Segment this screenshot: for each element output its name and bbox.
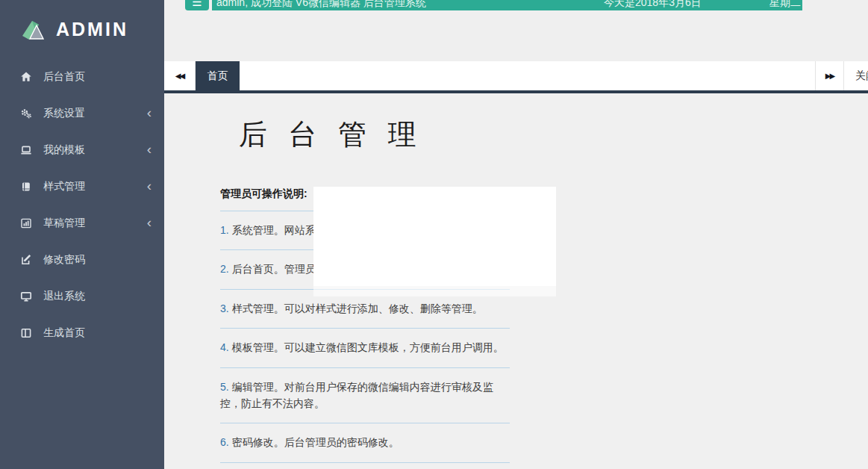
- hamburger-icon: ☰: [192, 0, 202, 8]
- sidebar-item-label: 我的模板: [43, 143, 85, 157]
- welcome-text: admin, 成功登陆 V6微信编辑器 后台管理系统: [216, 0, 426, 10]
- date-text: 今天是2018年3月6日: [604, 0, 702, 10]
- sidebar-item-label: 样式管理: [43, 180, 85, 193]
- bar-chart-icon: [20, 217, 32, 229]
- sidebar-item-home[interactable]: 后台首页: [0, 58, 164, 95]
- list-item: 5.编辑管理。对前台用户保存的微信编辑内容进行审核及监控，防止有不法内容。: [220, 368, 510, 424]
- sidebar-item-label: 退出系统: [43, 290, 85, 303]
- white-overlay-fade: [313, 286, 556, 296]
- item-text: 系统管理。网站系统: [232, 224, 326, 236]
- brand: ADMIN: [0, 0, 164, 58]
- item-number: 4.: [220, 341, 229, 353]
- sidebar-item-change-password[interactable]: 修改密码: [0, 241, 164, 278]
- brand-logo-icon: [19, 17, 49, 41]
- laptop-icon: [20, 144, 32, 156]
- sidebar-item-my-templates[interactable]: 我的模板 ‹: [0, 131, 164, 168]
- white-overlay-box: [313, 187, 556, 286]
- list-item: 7.退出系统。为了系统的安全性，离开管理请点击退出系统。: [220, 463, 510, 469]
- item-number: 1.: [220, 224, 229, 236]
- weekday-text: 星期二: [769, 0, 801, 10]
- sidebar-item-generate-homepage[interactable]: 生成首页: [0, 314, 164, 351]
- tab-home[interactable]: 首页: [196, 61, 240, 90]
- item-number: 2.: [220, 263, 229, 275]
- item-number: 3.: [220, 302, 229, 314]
- book-icon: [20, 181, 32, 193]
- tab-scroll-left-button[interactable]: ◀◀: [164, 61, 196, 90]
- item-text: 样式管理。可以对样式进行添加、修改、删除等管理。: [232, 302, 483, 314]
- tab-close-label: 关闭: [855, 69, 868, 81]
- sidebar-item-label: 修改密码: [43, 253, 85, 267]
- item-text: 编辑管理。对前台用户保存的微信编辑内容进行审核及监控，防止有不法内容。: [220, 381, 493, 409]
- chevron-left-icon: ‹: [147, 214, 152, 229]
- sidebar-item-label: 草稿管理: [43, 217, 85, 230]
- tab-scroll-right-button[interactable]: ▶▶: [815, 61, 844, 90]
- item-number: 6.: [220, 436, 229, 448]
- columns-icon: [20, 327, 32, 339]
- brand-name: ADMIN: [56, 19, 128, 40]
- top-notice-strip: ☰ admin, 成功登陆 V6微信编辑器 后台管理系统 今天是2018年3月6…: [164, 0, 868, 10]
- chevron-left-icon: ‹: [147, 178, 152, 192]
- double-arrow-left-icon: ◀◀: [175, 72, 184, 80]
- sidebar-item-label: 后台首页: [43, 70, 85, 84]
- list-item: 6.密码修改。后台管理员的密码修改。: [220, 423, 510, 462]
- sidebar-item-style-management[interactable]: 样式管理 ‹: [0, 168, 164, 205]
- sidebar-item-draft-management[interactable]: 草稿管理 ‹: [0, 205, 164, 241]
- tab-close-control[interactable]: 关闭: [844, 61, 868, 90]
- page-title: 后 台 管 理: [239, 116, 423, 154]
- sidebar-item-label: 系统设置: [43, 107, 85, 120]
- tab-bar: ◀◀ 首页 ▶▶ 关闭: [164, 61, 868, 93]
- chevron-left-icon: ‹: [147, 105, 152, 119]
- notice-bar: admin, 成功登陆 V6微信编辑器 后台管理系统 今天是2018年3月6日 …: [212, 0, 802, 10]
- sidebar-item-system-settings[interactable]: 系统设置 ‹: [0, 95, 164, 131]
- home-icon: [20, 71, 32, 83]
- gears-icon: [20, 108, 32, 119]
- sidebar-item-label: 生成首页: [43, 326, 85, 340]
- hamburger-menu-button[interactable]: ☰: [185, 0, 209, 10]
- item-text: 模板管理。可以建立微信图文库模板，方便前台用户调用。: [232, 341, 504, 353]
- chevron-left-icon: ‹: [147, 141, 152, 155]
- tab-home-label: 首页: [207, 69, 228, 83]
- sidebar-item-logout[interactable]: 退出系统: [0, 278, 164, 314]
- list-item: 4.模板管理。可以建立微信图文库模板，方便前台用户调用。: [220, 329, 510, 367]
- edit-icon: [20, 254, 32, 266]
- sidebar: ADMIN 后台首页 系统设置 ‹ 我的模板 ‹: [0, 0, 164, 469]
- double-arrow-right-icon: ▶▶: [825, 72, 834, 80]
- item-text: 密码修改。后台管理员的密码修改。: [232, 436, 399, 448]
- sidebar-menu: 后台首页 系统设置 ‹ 我的模板 ‹: [0, 58, 164, 351]
- item-text: 后台首页。管理员登: [232, 263, 326, 275]
- monitor-icon: [20, 291, 32, 302]
- item-number: 5.: [220, 381, 229, 393]
